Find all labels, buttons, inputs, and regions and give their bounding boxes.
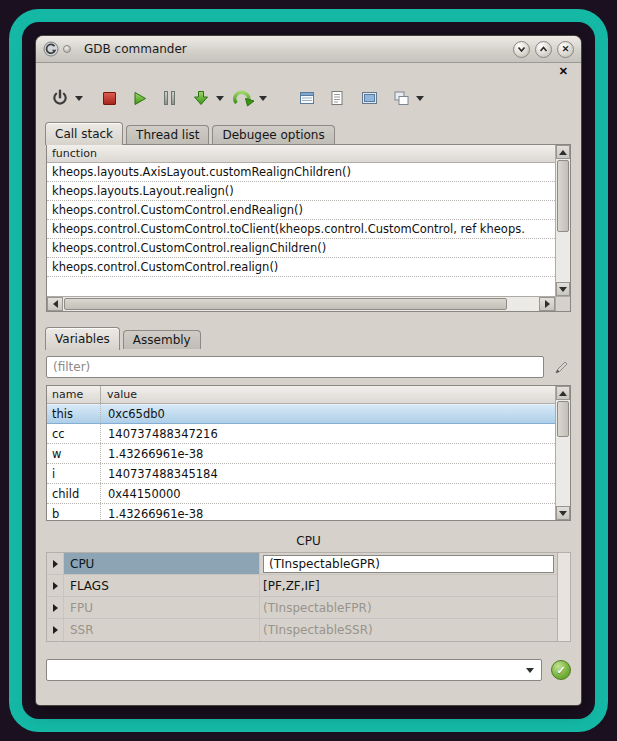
- register-group-value: (TInspectableSSR): [260, 619, 557, 641]
- callstack-row[interactable]: kheops.control.CustomControl.realignChil…: [47, 239, 555, 258]
- step-into-button[interactable]: [189, 86, 213, 110]
- gdb-command-combobox[interactable]: [46, 659, 542, 681]
- expand-cpu-button[interactable]: [47, 553, 64, 574]
- power-button[interactable]: [48, 86, 72, 110]
- variables-vscrollbar[interactable]: [555, 386, 570, 520]
- cpu-row[interactable]: SSR (TInspectableSSR): [47, 619, 557, 641]
- cpu-row[interactable]: CPU (TInspectableGPR): [47, 553, 557, 575]
- callstack-vscrollbar[interactable]: [555, 145, 570, 296]
- variables-header[interactable]: name value: [47, 386, 555, 404]
- tab-call-stack[interactable]: Call stack: [45, 122, 123, 145]
- tab-thread-list[interactable]: Thread list: [126, 125, 209, 144]
- command-row: ✓: [46, 659, 571, 681]
- callstack-hscrollbar[interactable]: [47, 296, 570, 311]
- window-title: GDB commander: [84, 42, 187, 56]
- column-header-function: function: [47, 147, 102, 160]
- cpu-row[interactable]: FPU (TInspectableFPR): [47, 597, 557, 619]
- memory-view-icon: [361, 90, 378, 106]
- register-group-value: [PF,ZF,IF]: [260, 575, 557, 596]
- scroll-down-button[interactable]: [556, 506, 570, 520]
- variable-row[interactable]: child 0x44150000: [47, 484, 555, 504]
- scrollbar-thumb[interactable]: [64, 298, 507, 310]
- callstack-row[interactable]: kheops.layouts.AxisLayout.customRealignC…: [47, 163, 555, 182]
- gdb-commander-window: GDB commander ✕ ✕: [36, 36, 581, 705]
- arrow-down-icon: [559, 287, 567, 292]
- cpu-register-grid: CPU (TInspectableGPR) FLAGS [PF,ZF,IF] F…: [46, 552, 558, 642]
- variable-row[interactable]: this 0xc65db0: [47, 404, 555, 424]
- close-window-button[interactable]: ✕: [557, 41, 574, 58]
- scroll-right-button[interactable]: [539, 297, 555, 311]
- scroll-up-button[interactable]: [556, 386, 570, 400]
- step-over-icon: [233, 90, 255, 107]
- variable-value: 0x44150000: [101, 484, 555, 503]
- scroll-left-button[interactable]: [47, 297, 63, 311]
- rolldown-button[interactable]: [513, 41, 530, 58]
- app-icon: [43, 41, 59, 57]
- variable-row[interactable]: b 1.43266961e-38: [47, 504, 555, 520]
- debug-toolbar: [36, 79, 581, 119]
- scroll-up-button[interactable]: [556, 145, 570, 159]
- variable-value: 1.43266961e-38: [101, 444, 555, 463]
- variable-value: 0xc65db0: [101, 404, 555, 423]
- step-over-menu-chevron[interactable]: [256, 86, 269, 110]
- send-command-button[interactable]: ✓: [551, 660, 571, 680]
- power-menu-chevron[interactable]: [72, 86, 85, 110]
- scrollbar-track[interactable]: [556, 233, 570, 282]
- register-value-field[interactable]: (TInspectableGPR): [263, 555, 554, 573]
- filter-input[interactable]: [46, 356, 544, 378]
- register-group-name: FLAGS: [64, 575, 260, 596]
- variables-list: name value this 0xc65db0 cc 140737488347…: [47, 386, 555, 520]
- process-info-button[interactable]: [389, 86, 413, 110]
- callstack-row[interactable]: kheops.control.CustomControl.realign(): [47, 258, 555, 277]
- step-over-button[interactable]: [232, 86, 256, 110]
- expand-ssr-button[interactable]: [47, 619, 64, 641]
- tab-assembly[interactable]: Assembly: [123, 330, 201, 349]
- power-icon: [51, 89, 69, 107]
- run-button[interactable]: [127, 86, 151, 110]
- clear-filter-button[interactable]: [551, 357, 571, 377]
- rollup-button[interactable]: [535, 41, 552, 58]
- callstack-row[interactable]: kheops.layouts.Layout.realign(): [47, 182, 555, 201]
- scrollbar-thumb[interactable]: [557, 160, 569, 232]
- memory-view-button[interactable]: [357, 86, 381, 110]
- variables-panel: name value this 0xc65db0 cc 140737488347…: [46, 385, 571, 521]
- process-windows-icon: [393, 90, 410, 107]
- callstack-header[interactable]: function: [47, 145, 555, 163]
- expander-icon: [53, 560, 58, 568]
- chevron-down-icon: [259, 96, 267, 101]
- app-menu-icon: [63, 45, 71, 53]
- column-header-value: value: [101, 388, 555, 401]
- titlebar[interactable]: GDB commander ✕: [36, 36, 581, 63]
- chevron-down-icon: [216, 96, 224, 101]
- tab-variables[interactable]: Variables: [45, 327, 120, 350]
- callstack-row[interactable]: kheops.control.CustomControl.toClient(kh…: [47, 220, 555, 239]
- dock-close-button[interactable]: ✕: [559, 66, 568, 77]
- register-group-name: CPU: [64, 553, 260, 574]
- variable-row[interactable]: cc 140737488347216: [47, 424, 555, 444]
- pause-button[interactable]: [157, 86, 181, 110]
- scrollbar-track[interactable]: [63, 297, 539, 311]
- arrow-left-icon: [53, 300, 58, 308]
- chevron-down-icon: [526, 668, 534, 673]
- scroll-down-button[interactable]: [556, 282, 570, 296]
- variable-row[interactable]: i 140737488345184: [47, 464, 555, 484]
- scrollbar-thumb[interactable]: [557, 401, 569, 437]
- callstack-row[interactable]: kheops.control.CustomControl.endRealign(…: [47, 201, 555, 220]
- step-into-menu-chevron[interactable]: [213, 86, 226, 110]
- watch-window-button[interactable]: [295, 86, 319, 110]
- process-menu-chevron[interactable]: [413, 86, 426, 110]
- scrollbar-track[interactable]: [556, 438, 570, 506]
- tab-debugee-options[interactable]: Debugee options: [212, 125, 334, 144]
- expand-fpu-button[interactable]: [47, 597, 64, 618]
- source-view-button[interactable]: [325, 86, 349, 110]
- callstack-empty-area: [47, 277, 555, 296]
- arrow-up-icon: [559, 391, 567, 396]
- stop-button[interactable]: [97, 86, 121, 110]
- expand-flags-button[interactable]: [47, 575, 64, 596]
- variable-row[interactable]: w 1.43266961e-38: [47, 444, 555, 464]
- cpu-scrollbar-track[interactable]: [558, 552, 571, 642]
- cpu-row[interactable]: FLAGS [PF,ZF,IF]: [47, 575, 557, 597]
- variable-value: 1.43266961e-38: [101, 504, 555, 520]
- register-group-value: (TInspectableFPR): [260, 597, 557, 618]
- variable-name: child: [47, 484, 101, 503]
